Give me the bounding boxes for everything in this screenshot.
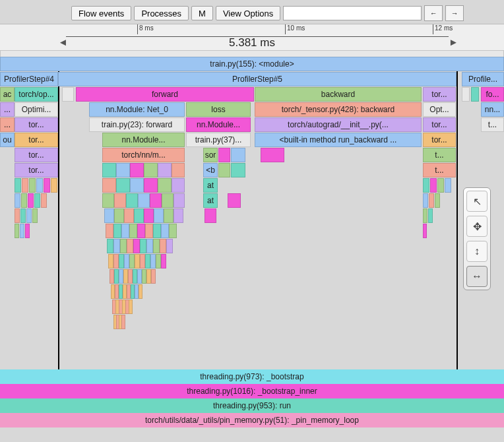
frame-profiler-step-5[interactable]: ProfilerStep#5 xyxy=(58,72,457,86)
flame-span[interactable] xyxy=(150,254,156,268)
flame-span[interactable] xyxy=(102,163,116,177)
flame-span[interactable] xyxy=(139,284,142,299)
flame-span[interactable] xyxy=(428,208,433,223)
flame-span[interactable] xyxy=(140,239,146,253)
flame-span[interactable] xyxy=(113,224,121,238)
flame-span[interactable] xyxy=(153,239,160,253)
flame-span[interactable] xyxy=(15,178,21,193)
flame-span[interactable] xyxy=(113,239,120,253)
flame-span[interactable] xyxy=(144,208,154,223)
flame-span[interactable] xyxy=(15,193,20,208)
flame-span[interactable] xyxy=(150,193,162,208)
search-input[interactable] xyxy=(283,6,422,20)
flame-span[interactable] xyxy=(108,254,113,268)
flame-span[interactable] xyxy=(51,178,57,193)
flame-span[interactable] xyxy=(28,193,34,208)
frame-threading-run[interactable]: threading.py(953): run xyxy=(0,398,504,413)
m-button[interactable]: M xyxy=(191,6,213,20)
flame-span[interactable] xyxy=(129,300,133,314)
flame-span[interactable] xyxy=(127,239,133,253)
flame-span[interactable] xyxy=(423,178,429,193)
flame-span[interactable] xyxy=(145,224,153,238)
flame-span[interactable] xyxy=(21,193,27,208)
flame-span[interactable]: t... xyxy=(423,148,456,162)
flame-span[interactable] xyxy=(261,148,284,162)
flame-span[interactable] xyxy=(169,224,177,238)
flame-span[interactable] xyxy=(151,269,156,284)
flame-span[interactable] xyxy=(137,224,145,238)
flame-span[interactable] xyxy=(142,269,146,284)
flame-span[interactable] xyxy=(113,254,119,268)
flame-span[interactable] xyxy=(231,163,245,177)
flame-span[interactable] xyxy=(20,224,24,238)
flame-span[interactable] xyxy=(22,178,28,193)
flame-span[interactable] xyxy=(218,163,230,177)
flame-span[interactable] xyxy=(429,193,434,208)
frame-nn-module-net0[interactable]: nn.Module: Net_0 xyxy=(89,102,185,117)
frame-profiler-step-next[interactable]: Profile... xyxy=(462,72,504,86)
flame-span[interactable]: tor... xyxy=(423,117,456,132)
view-button[interactable]: View Options xyxy=(216,6,280,20)
flame-span[interactable] xyxy=(120,239,127,253)
flame-span[interactable] xyxy=(106,224,113,238)
flame-span[interactable]: at xyxy=(203,178,218,193)
flame-span[interactable] xyxy=(15,224,19,238)
flame-span[interactable] xyxy=(445,178,451,193)
flame-span[interactable] xyxy=(44,178,50,193)
flame-span[interactable] xyxy=(173,208,183,223)
flame-span[interactable] xyxy=(107,239,113,253)
frame-pin-memory-loop[interactable]: torch/utils/data/_utils/pin_memory.py(51… xyxy=(0,413,504,427)
flame-span[interactable] xyxy=(160,239,166,253)
flame-span[interactable] xyxy=(102,178,116,193)
frame-run-backward[interactable]: <built-in method run_backward ... xyxy=(255,133,422,147)
flame-span[interactable] xyxy=(102,193,114,208)
flame-span[interactable] xyxy=(164,208,173,223)
flame-span[interactable] xyxy=(133,239,140,253)
flame-span[interactable] xyxy=(130,178,144,193)
flame-span[interactable] xyxy=(124,208,134,223)
flame-span[interactable] xyxy=(129,224,137,238)
flame-span[interactable]: fo... xyxy=(481,87,504,102)
flame-span[interactable] xyxy=(158,163,172,177)
flame-span[interactable]: <b xyxy=(203,163,218,177)
flame-span[interactable] xyxy=(205,208,216,223)
flame-span[interactable] xyxy=(104,208,114,223)
flame-span[interactable] xyxy=(423,208,427,223)
flame-span[interactable] xyxy=(116,178,130,193)
flame-span[interactable] xyxy=(121,315,125,329)
frame-autograd-init[interactable]: torch/autograd/__init__.py(... xyxy=(255,117,422,132)
flame-span[interactable] xyxy=(437,178,444,193)
flame-span[interactable] xyxy=(173,193,185,208)
frame-train-forward[interactable]: train.py(23): forward xyxy=(89,117,185,132)
flame-span[interactable] xyxy=(129,254,135,268)
flame-span[interactable]: at xyxy=(203,193,218,208)
flame-span[interactable] xyxy=(146,269,151,284)
flame-span[interactable] xyxy=(172,178,185,193)
flame-span[interactable] xyxy=(423,193,428,208)
flame-span[interactable]: tor... xyxy=(423,133,456,147)
flame-span[interactable] xyxy=(114,208,124,223)
flame-span[interactable] xyxy=(218,148,230,162)
flame-span[interactable] xyxy=(119,269,123,284)
frame-tensor-backward[interactable]: torch/_tensor.py(428): backward xyxy=(255,102,422,117)
flame-span[interactable] xyxy=(228,193,241,208)
flame-span[interactable] xyxy=(128,269,133,284)
flame-span[interactable]: nn.Module... xyxy=(102,133,185,147)
flame-span[interactable] xyxy=(435,193,440,208)
flame-span[interactable] xyxy=(124,254,129,268)
flame-span[interactable] xyxy=(32,208,38,223)
flame-span[interactable] xyxy=(156,254,161,268)
flame-span[interactable]: ou xyxy=(0,133,15,147)
frame-forward[interactable]: forward xyxy=(76,87,254,102)
flame-span[interactable] xyxy=(110,269,114,284)
flame-span[interactable] xyxy=(153,224,161,238)
flame-span[interactable] xyxy=(166,239,173,253)
horizontal-zoom-tool[interactable]: ↔ xyxy=(466,266,488,287)
next-button[interactable]: → xyxy=(445,5,464,21)
pointer-tool[interactable]: ↖ xyxy=(466,191,488,212)
flame-span[interactable] xyxy=(140,254,145,268)
flame-span[interactable] xyxy=(15,208,20,223)
tool-palette[interactable]: ↖✥↕↔ xyxy=(463,187,491,290)
flow-button[interactable]: Flow events xyxy=(71,6,131,20)
flame-span[interactable] xyxy=(114,269,119,284)
